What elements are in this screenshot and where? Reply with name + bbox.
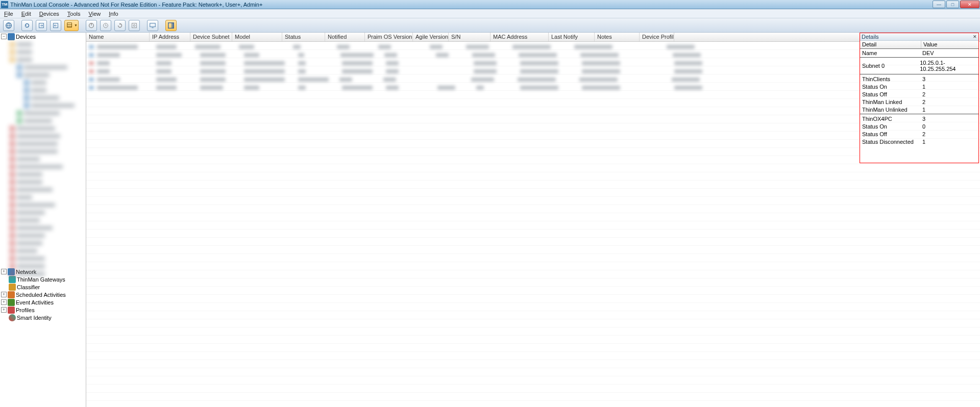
- details-titlebar: Details ✕: [860, 33, 978, 41]
- details-row-name: Name DEV: [860, 49, 978, 57]
- details-row: ThinMan Linked2: [860, 98, 978, 106]
- tree-root-label: Devices: [16, 34, 36, 40]
- details-header: Detail Value: [860, 41, 978, 49]
- table-header: NameIP AddressDevice SubnetModelStatusNo…: [86, 33, 980, 42]
- content-area: − Devices: [0, 33, 980, 407]
- tree-item-label: Profiles: [16, 307, 35, 313]
- details-row: Status Off2: [860, 130, 978, 138]
- tool-restart-icon[interactable]: [114, 20, 126, 31]
- collapse-icon[interactable]: −: [1, 34, 7, 39]
- maximize-button[interactable]: □: [946, 1, 959, 8]
- tool-import-icon[interactable]: [50, 20, 61, 31]
- column-notes[interactable]: Notes: [595, 33, 640, 41]
- tool-monitor-icon[interactable]: [147, 20, 158, 31]
- details-panel: Details ✕ Detail Value Name DEV Subnet 0…: [860, 33, 979, 163]
- column-status[interactable]: Status: [282, 33, 325, 41]
- ic-ident: [9, 314, 16, 321]
- ic-sched: [8, 291, 15, 298]
- expand-icon[interactable]: +: [1, 307, 7, 313]
- menu-tools[interactable]: Tools: [63, 10, 85, 17]
- column-device-subnet[interactable]: Device Subnet: [190, 33, 232, 41]
- details-row: ThinOX4PC3: [860, 115, 978, 122]
- svg-rect-6: [132, 23, 137, 28]
- details-row: Status Disconnected1: [860, 138, 978, 145]
- app-icon: TM: [1, 1, 8, 8]
- tool-globe-icon[interactable]: [3, 20, 14, 31]
- tree-panel: − Devices: [0, 33, 86, 407]
- table-grid: [86, 42, 980, 407]
- column-agile-version[interactable]: Agile Version: [413, 33, 449, 41]
- tree-item-label: Classifier: [17, 284, 40, 290]
- column-model[interactable]: Model: [232, 33, 282, 41]
- minimize-button[interactable]: —: [933, 1, 945, 8]
- tool-refresh-icon[interactable]: [21, 20, 33, 31]
- menubar: File Edit Devices Tools View Info: [0, 9, 980, 18]
- toolbar: ▼: [0, 18, 980, 33]
- tree-item-event-activities[interactable]: +Event Activities: [0, 298, 86, 306]
- tool-export-icon[interactable]: [36, 20, 47, 31]
- tool-power-icon[interactable]: [86, 20, 97, 31]
- details-row: Status Off2: [860, 90, 978, 98]
- ic-prof: [8, 307, 15, 314]
- details-title: Details: [862, 34, 879, 40]
- details-close-icon[interactable]: ✕: [973, 34, 977, 39]
- menu-info[interactable]: Info: [105, 10, 122, 17]
- tree-item-profiles[interactable]: +Profiles: [0, 306, 86, 314]
- column-name[interactable]: Name: [86, 33, 150, 41]
- details-row: Status On1: [860, 83, 978, 90]
- column-device-profile-status[interactable]: Device Profile Status: [640, 33, 674, 41]
- column-s/n[interactable]: S/N: [449, 33, 491, 41]
- expand-icon[interactable]: +: [1, 299, 7, 305]
- tree-root-devices[interactable]: − Devices: [0, 33, 86, 40]
- menu-file[interactable]: File: [0, 10, 17, 17]
- tool-details-panel-icon[interactable]: [165, 20, 177, 31]
- details-header-value: Value: [921, 41, 939, 48]
- tree-item-label: Event Activities: [16, 299, 54, 306]
- window-title: ThinMan Local Console - Advanced Not For…: [9, 2, 932, 8]
- ic-evt: [8, 299, 15, 306]
- table-rows-blurred: [86, 42, 980, 92]
- details-header-key: Detail: [860, 41, 921, 48]
- column-last-notify[interactable]: Last Notify: [549, 33, 595, 41]
- svg-rect-10: [172, 22, 174, 28]
- tree-item-classifier[interactable]: Classifier: [0, 283, 86, 291]
- tree-item-scheduled-activities[interactable]: +Scheduled Activities: [0, 291, 86, 298]
- tree-blurred-items: [0, 40, 86, 268]
- close-button[interactable]: ✕: [960, 1, 979, 8]
- tree-item-smart-identity[interactable]: Smart Identity: [0, 314, 86, 321]
- tree-item-label: Scheduled Activities: [16, 292, 66, 298]
- tool-clock-icon[interactable]: [100, 20, 111, 31]
- column-notified[interactable]: Notified: [325, 33, 365, 41]
- tree-item-label: Smart Identity: [17, 315, 52, 321]
- details-row: ThinMan Unlinked1: [860, 106, 978, 113]
- ic-cls: [9, 284, 16, 291]
- svg-point-7: [133, 24, 135, 27]
- details-row: Status On0: [860, 122, 978, 130]
- column-ip-address[interactable]: IP Address: [150, 33, 190, 41]
- column-praim-os-version[interactable]: Praim OS Version: [365, 33, 413, 41]
- tool-view-mode-icon[interactable]: ▼: [64, 20, 79, 31]
- expand-icon[interactable]: +: [1, 292, 7, 297]
- details-row: ThinClients3: [860, 75, 978, 83]
- details-row-subnet: Subnet 0 10.25.0.1-10.25.255.254: [860, 58, 978, 73]
- menu-devices[interactable]: Devices: [35, 10, 63, 17]
- menu-view[interactable]: View: [85, 10, 105, 17]
- tool-settings-icon[interactable]: [129, 20, 140, 31]
- titlebar: TM ThinMan Local Console - Advanced Not …: [0, 0, 980, 9]
- expand-icon[interactable]: +: [1, 269, 7, 274]
- column-mac-address[interactable]: MAC Address: [491, 33, 549, 41]
- svg-rect-8: [150, 23, 156, 27]
- devices-icon: [8, 33, 15, 40]
- menu-edit[interactable]: Edit: [17, 10, 35, 17]
- device-table: NameIP AddressDevice SubnetModelStatusNo…: [86, 33, 980, 407]
